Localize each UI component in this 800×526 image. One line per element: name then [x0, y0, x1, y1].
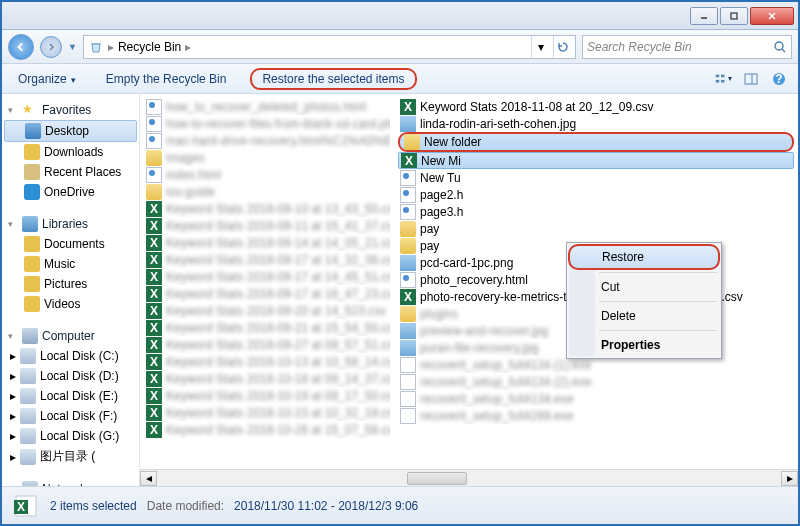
search-box[interactable]: Search Recycle Bin: [582, 35, 792, 59]
html-icon: [400, 187, 416, 203]
back-button[interactable]: [8, 34, 34, 60]
file-item[interactable]: XKeyword Stats 2018-10-13 at 10_58_14.cs…: [144, 353, 390, 370]
file-item[interactable]: pay: [398, 220, 794, 237]
file-item[interactable]: XKeyword Stats 2018-09-17 at 14_45_51.cs…: [144, 268, 390, 285]
file-item[interactable]: New Tu: [398, 169, 794, 186]
svg-text:X: X: [150, 355, 158, 369]
svg-rect-10: [745, 74, 757, 84]
file-item[interactable]: how-to-recover-files-from-blank-sd-card.…: [144, 115, 390, 132]
nav-item-disk-g[interactable]: ▸Local Disk (G:): [4, 426, 137, 446]
excel-icon: X: [146, 269, 162, 285]
pictures-icon: [24, 276, 40, 292]
nav-item-pictures[interactable]: Pictures: [4, 274, 137, 294]
file-name: recoverit_setup_full4134 (2).exe: [420, 375, 591, 389]
nav-item-videos[interactable]: Videos: [4, 294, 137, 314]
file-item[interactable]: XKeyword Stats 2018-09-11 at 15_41_37.cs…: [144, 217, 390, 234]
empty-recycle-bin-button[interactable]: Empty the Recycle Bin: [100, 69, 233, 89]
help-button[interactable]: ?: [770, 70, 788, 88]
view-options-button[interactable]: ▾: [714, 70, 732, 88]
nav-group-favorites[interactable]: ▾★Favorites: [4, 100, 137, 120]
file-item[interactable]: XKeyword Stats 2018-09-21 at 15_54_50.cs…: [144, 319, 390, 336]
nav-item-disk-c[interactable]: ▸Local Disk (C:): [4, 346, 137, 366]
breadcrumb-root[interactable]: ▸: [108, 40, 114, 54]
breadcrumb-dropdown-icon[interactable]: ▸: [185, 40, 191, 54]
organize-button[interactable]: Organize: [12, 69, 82, 89]
refresh-button[interactable]: [553, 36, 571, 58]
nav-item-disk-e[interactable]: ▸Local Disk (E:): [4, 386, 137, 406]
file-item[interactable]: linda-rodin-ari-seth-cohen.jpg: [398, 115, 794, 132]
file-item[interactable]: New folder: [398, 132, 794, 152]
nav-item-extra[interactable]: ▸图片目录 (: [4, 446, 137, 467]
nav-item-disk-d[interactable]: ▸Local Disk (D:): [4, 366, 137, 386]
file-item[interactable]: XKeyword Stats 2018-09-10 at 13_43_50.cs…: [144, 200, 390, 217]
file-name: Keyword Stats 2018-09-11 at 15_41_37.csv: [166, 219, 390, 233]
address-bar[interactable]: ▸ Recycle Bin ▸ ▾: [83, 35, 576, 59]
ctx-cut[interactable]: Cut: [569, 276, 719, 298]
html-icon: [146, 99, 162, 115]
address-dropdown[interactable]: ▾: [531, 36, 549, 58]
minimize-button[interactable]: [690, 7, 718, 25]
excel-file-icon: X: [12, 492, 40, 520]
file-item[interactable]: XKeyword Stats 2018-10-23 at 10_32_19.cs…: [144, 404, 390, 421]
nav-item-documents[interactable]: Documents: [4, 234, 137, 254]
breadcrumb-location[interactable]: Recycle Bin: [118, 40, 181, 54]
file-name: linda-rodin-ari-seth-cohen.jpg: [420, 117, 576, 131]
file-item[interactable]: page3.h: [398, 203, 794, 220]
file-name: ios-guide: [166, 185, 215, 199]
file-item[interactable]: recoverit_setup_full4134.exe: [398, 390, 794, 407]
ctx-properties[interactable]: Properties: [569, 334, 719, 356]
restore-selected-button[interactable]: Restore the selected items: [250, 68, 416, 90]
history-dropdown-icon[interactable]: ▼: [68, 42, 77, 52]
file-item[interactable]: how_to_recover_deleted_photos.html: [144, 98, 390, 115]
file-item[interactable]: ios-guide: [144, 183, 390, 200]
nav-item-music[interactable]: Music: [4, 254, 137, 274]
nav-item-recent-places[interactable]: Recent Places: [4, 162, 137, 182]
scroll-thumb[interactable]: [407, 472, 467, 485]
preview-pane-button[interactable]: [742, 70, 760, 88]
file-item[interactable]: XKeyword Stats 2018-09-27 at 09_57_51.cs…: [144, 336, 390, 353]
file-name: pay: [420, 239, 439, 253]
maximize-button[interactable]: [720, 7, 748, 25]
file-list[interactable]: how_to_recover_deleted_photos.htmlhow-to…: [140, 94, 798, 486]
nav-item-desktop[interactable]: Desktop: [4, 120, 137, 142]
file-item[interactable]: XKeyword Stats 2018-10-19 at 09_17_50.cs…: [144, 387, 390, 404]
forward-button[interactable]: [40, 36, 62, 58]
file-item[interactable]: XKeyword Stats 2018-09-14 at 14_05_21.cs…: [144, 234, 390, 251]
file-item[interactable]: XKeyword Stats 2018-09-17 at 16_47_23.cs…: [144, 285, 390, 302]
nav-item-disk-f[interactable]: ▸Local Disk (F:): [4, 406, 137, 426]
search-icon: [773, 40, 787, 54]
ctx-delete[interactable]: Delete: [569, 305, 719, 327]
hdd-icon: [20, 449, 36, 465]
file-item[interactable]: XKeyword Stats 2018-11-08 at 20_12_09.cs…: [398, 98, 794, 115]
horizontal-scrollbar[interactable]: ◂ ▸: [140, 469, 798, 486]
file-name: Keyword Stats 2018-11-08 at 20_12_09.csv: [420, 100, 653, 114]
ctx-restore[interactable]: Restore: [569, 245, 719, 269]
file-item[interactable]: XNew Mi: [398, 152, 794, 169]
nav-group-network[interactable]: ▸Network: [4, 479, 137, 486]
file-item[interactable]: XKeyword Stats 2018-09-17 at 14_32_36.cs…: [144, 251, 390, 268]
file-item[interactable]: page2.h: [398, 186, 794, 203]
file-item[interactable]: recoverit_setup_full4134 (2).exe: [398, 373, 794, 390]
desktop-icon: [25, 123, 41, 139]
nav-item-onedrive[interactable]: OneDrive: [4, 182, 137, 202]
status-selection: 2 items selected: [50, 499, 137, 513]
file-item[interactable]: index.html: [144, 166, 390, 183]
html-icon: [146, 133, 162, 149]
file-item[interactable]: recoverit_setup_full4289.exe: [398, 407, 794, 424]
nav-item-downloads[interactable]: Downloads: [4, 142, 137, 162]
scroll-left-button[interactable]: ◂: [140, 471, 157, 486]
computer-icon: [22, 328, 38, 344]
nav-group-computer[interactable]: ▾Computer: [4, 326, 137, 346]
close-button[interactable]: [750, 7, 794, 25]
nav-group-libraries[interactable]: ▾Libraries: [4, 214, 137, 234]
scroll-track[interactable]: [157, 471, 781, 486]
file-item[interactable]: XKeyword Stats 2018-10-26 at 15_07_58.cs…: [144, 421, 390, 438]
svg-text:X: X: [150, 236, 158, 250]
file-item[interactable]: mac-hard-drive-recovery.html%C2%A0%E2%80: [144, 132, 390, 149]
image-icon: [400, 255, 416, 271]
file-item[interactable]: images: [144, 149, 390, 166]
scroll-right-button[interactable]: ▸: [781, 471, 798, 486]
file-item[interactable]: XKeyword Stats 2018-10-18 at 09_14_37.cs…: [144, 370, 390, 387]
file-item[interactable]: XKeyword Stats 2018-09-20 at 14_523.csv: [144, 302, 390, 319]
image-icon: [400, 323, 416, 339]
